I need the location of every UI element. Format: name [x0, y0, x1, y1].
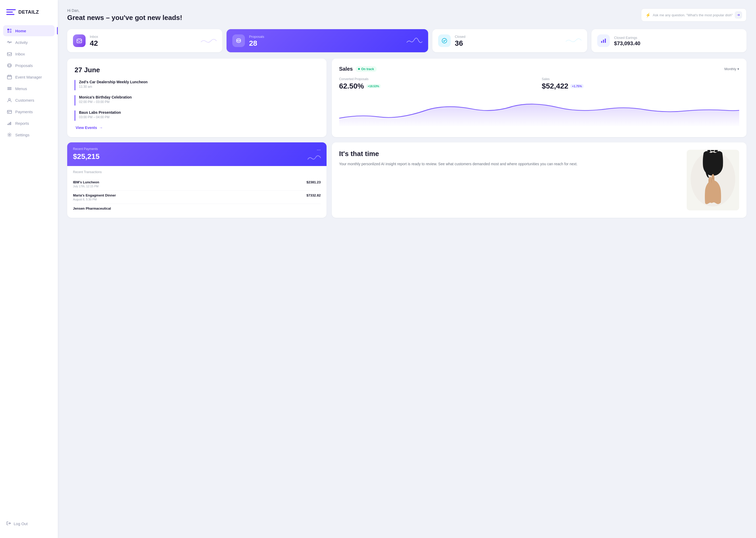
- main-content: Hi Dan, Great news – you've got new lead…: [58, 0, 756, 538]
- ai-search-bar[interactable]: ⚡ Ask me any question. "What's the most …: [641, 8, 746, 22]
- home-icon: [7, 28, 12, 33]
- payments-label: Recent Payments: [73, 147, 100, 151]
- svg-rect-27: [601, 41, 602, 43]
- sidebar-item-reports[interactable]: Reports: [3, 118, 55, 129]
- closed-stat-label: Closed: [455, 35, 562, 39]
- event-title-1: Monica's Birthday Celebration: [79, 95, 132, 99]
- closed-stat-value: 36: [455, 40, 562, 47]
- on-track-dot: [358, 68, 360, 70]
- on-track-label: On track: [361, 67, 374, 71]
- active-indicator: [57, 27, 58, 34]
- monthly-selector[interactable]: Monthly ▾: [724, 67, 739, 71]
- stat-card-closed[interactable]: Closed 36: [432, 29, 588, 52]
- svg-rect-7: [7, 76, 12, 79]
- stat-card-inbox[interactable]: Inbox 42: [67, 29, 222, 52]
- proposals-stat-value: 28: [249, 40, 402, 47]
- proposals-stat-label: Proposals: [249, 35, 402, 39]
- event-time-0: 11:30 am: [79, 85, 148, 88]
- greeting-main: Great news – you've got new leads!: [67, 14, 182, 22]
- event-bar: [74, 95, 75, 106]
- sidebar-item-customers[interactable]: Customers: [3, 94, 55, 106]
- svg-rect-18: [8, 124, 8, 125]
- earnings-stat-value: $73,093.40: [614, 41, 741, 46]
- sidebar-item-settings[interactable]: Settings: [3, 129, 55, 140]
- earnings-stat-info: Closed Earings $73,093.40: [614, 36, 741, 46]
- sales-header: Sales On track Monthly ▾: [339, 66, 739, 72]
- bottom-grid: Recent Payments $25,215 ··· Recent Trans…: [67, 142, 746, 218]
- sidebar-logo: DETAILZ: [0, 7, 58, 25]
- closed-stat-info: Closed 36: [455, 35, 562, 47]
- on-track-badge: On track: [355, 66, 377, 72]
- closed-wave: [566, 37, 582, 45]
- transaction-amount-1: $7332.82: [306, 193, 320, 197]
- svg-point-21: [9, 134, 10, 135]
- sales-badge: +1.75%: [570, 84, 584, 88]
- stat-card-proposals[interactable]: Proposals 28: [226, 29, 428, 52]
- transaction-row-0: IBM's Luncheon July 17th, 12:15 PM $2381…: [73, 178, 321, 191]
- sidebar-item-proposals[interactable]: Proposals: [3, 60, 55, 71]
- sidebar-item-event-manager[interactable]: Event Manager: [3, 72, 55, 82]
- greeting: Hi Dan, Great news – you've got new lead…: [67, 8, 182, 22]
- sidebar-item-activity[interactable]: Activity: [3, 37, 55, 48]
- stats-row: Inbox 42 Proposals 28: [67, 29, 746, 52]
- sales-card: Sales On track Monthly ▾ Converted Propo…: [332, 59, 746, 137]
- sidebar: DETAILZ Home Activity: [0, 0, 58, 538]
- insight-content: It's that time Your monthly personlized …: [339, 150, 682, 210]
- transaction-date-0: July 17th, 12:15 PM: [73, 185, 99, 188]
- svg-rect-15: [7, 110, 12, 114]
- closed-stat-icon: [438, 34, 451, 47]
- sidebar-item-menus[interactable]: Menus: [3, 83, 55, 94]
- sidebar-item-home[interactable]: Home: [3, 25, 55, 36]
- transaction-name-2: Jensen Pharmaceutical: [73, 206, 111, 210]
- sidebar-item-payments[interactable]: Payments: [3, 106, 55, 117]
- inbox-wave: [201, 37, 216, 45]
- insight-image: [687, 150, 739, 210]
- inbox-stat-info: Inbox 42: [90, 35, 197, 47]
- logo-icon: [6, 7, 16, 17]
- inbox-stat-icon: [73, 34, 86, 47]
- payments-menu-button[interactable]: ···: [317, 147, 321, 153]
- payments-wave-icon: [307, 155, 321, 161]
- ai-send-button[interactable]: [735, 11, 742, 19]
- payments-icon: [7, 109, 12, 114]
- view-events-link[interactable]: View Events →: [74, 126, 319, 130]
- transaction-date-1: August 8, 5:30 PM: [73, 198, 116, 201]
- payments-card: Recent Payments $25,215 ··· Recent Trans…: [67, 142, 327, 218]
- insight-card: It's that time Your monthly personlized …: [332, 142, 746, 218]
- sales-label: Sales: [542, 77, 739, 81]
- sidebar-item-label-inbox: Inbox: [15, 52, 25, 56]
- sidebar-item-label-menus: Menus: [15, 86, 27, 91]
- ai-search-placeholder: Ask me any question. "What's the most po…: [653, 13, 732, 17]
- converted-proposals-value: 62.50% +18.53%: [339, 82, 537, 90]
- sales-value: $52,422 +1.75%: [542, 82, 739, 90]
- sales-metrics: Converted Proposals 62.50% +18.53% Sales…: [339, 77, 739, 90]
- sales-title: Sales: [339, 66, 353, 72]
- menus-icon: [7, 86, 12, 91]
- svg-rect-20: [10, 122, 11, 125]
- monthly-label: Monthly: [724, 67, 736, 71]
- proposals-icon: [7, 63, 12, 68]
- stat-card-closed-earnings[interactable]: Closed Earings $73,093.40: [591, 29, 746, 52]
- chevron-down-icon: ▾: [737, 67, 739, 71]
- transaction-name-1: Maria's Engagment Dinner: [73, 193, 116, 197]
- sales-chart: [339, 94, 739, 126]
- sidebar-item-inbox[interactable]: Inbox: [3, 48, 55, 59]
- logout-button[interactable]: Log Out: [6, 519, 51, 528]
- svg-rect-1: [10, 28, 12, 30]
- insight-title: It's that time: [339, 150, 682, 158]
- sales-metric: Sales $52,422 +1.75%: [542, 77, 739, 90]
- inbox-stat-value: 42: [90, 40, 197, 47]
- customers-icon: [7, 97, 12, 103]
- event-manager-icon: [7, 74, 12, 80]
- event-bar: [74, 80, 75, 90]
- transaction-row-1: Maria's Engagment Dinner August 8, 5:30 …: [73, 191, 321, 204]
- payments-amount: $25,215: [73, 152, 100, 161]
- event-item-0: Zed's Car Dealership Weekly Luncheon 11:…: [74, 80, 319, 90]
- event-time-2: 03:00 PM – 04:00 PM: [79, 115, 121, 119]
- earnings-stat-icon: [597, 34, 610, 47]
- transaction-name-0: IBM's Luncheon: [73, 180, 99, 184]
- events-date: 27 June: [74, 66, 319, 74]
- svg-point-31: [712, 177, 714, 180]
- greeting-sub: Hi Dan,: [67, 8, 182, 13]
- view-events-label: View Events: [75, 126, 97, 130]
